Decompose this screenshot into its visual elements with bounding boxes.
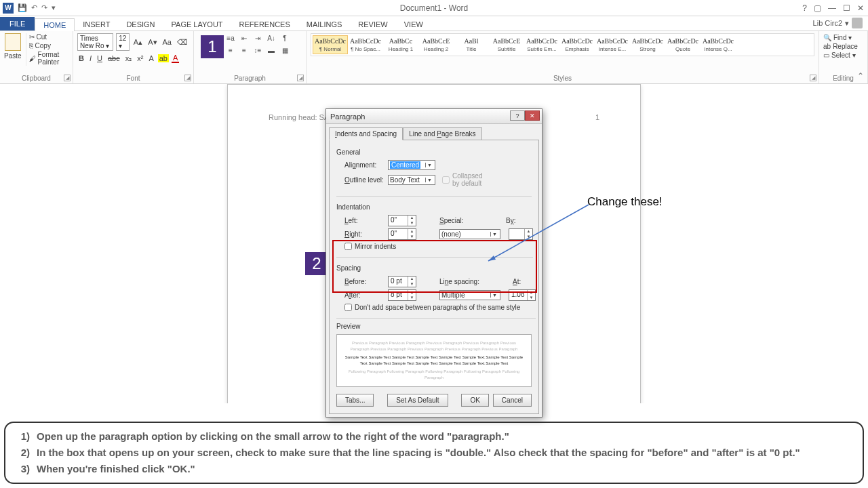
svg-line-0 bbox=[488, 205, 589, 261]
svg-marker-1 bbox=[488, 256, 496, 261]
annotation-text: Change these! bbox=[587, 195, 663, 209]
